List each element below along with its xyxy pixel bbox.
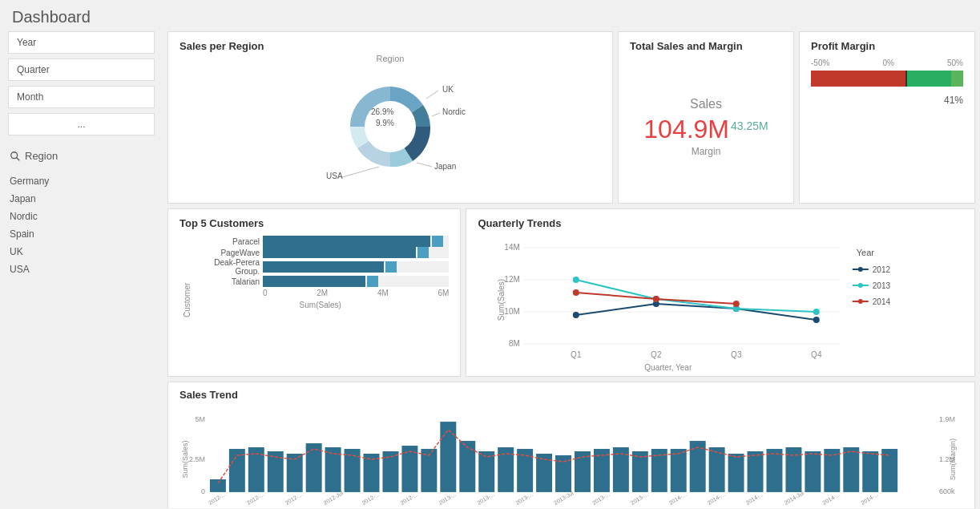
region-list: Germany Japan Nordic Spain UK USA <box>8 173 155 277</box>
svg-text:2014-...: 2014-... <box>668 491 688 506</box>
profit-margin-card: Profit Margin -50% 0% 50% <box>799 31 975 204</box>
svg-text:2013-...: 2013-... <box>591 491 611 506</box>
svg-text:600k: 600k <box>939 487 955 495</box>
profit-axis: -50% 0% 50% <box>811 59 963 67</box>
svg-point-36 <box>573 289 579 296</box>
svg-text:8M: 8M <box>509 339 520 348</box>
donut-chart: Region <box>179 59 601 195</box>
svg-point-37 <box>653 296 659 302</box>
svg-rect-62 <box>306 443 322 492</box>
sales-value: 104.9M <box>643 115 729 144</box>
sales-trend-chart: 5M 2.5M 0 Sum(Sales) 1.9M 1.2M 600k Sum(… <box>179 407 963 508</box>
svg-text:Sum(Margin): Sum(Margin) <box>949 438 957 480</box>
svg-text:2012-...: 2012-... <box>284 491 304 506</box>
bar-fill-paracel <box>263 236 430 247</box>
top-row: Sales per Region Region <box>167 31 975 204</box>
svg-line-9 <box>417 163 432 167</box>
filter-more[interactable]: ... <box>8 113 155 135</box>
top5-customers-card: Top 5 Customers Customer Paracel <box>167 208 461 377</box>
svg-text:2013-Jul: 2013-Jul <box>553 490 575 506</box>
svg-text:2014-...: 2014-... <box>821 491 841 506</box>
svg-text:Japan: Japan <box>434 162 456 171</box>
svg-point-32 <box>573 277 579 283</box>
svg-text:Quarter, Year: Quarter, Year <box>645 363 693 372</box>
svg-rect-71 <box>478 451 494 492</box>
svg-line-7 <box>432 113 440 116</box>
svg-point-0 <box>11 151 18 158</box>
svg-text:2013-...: 2013-... <box>514 491 534 506</box>
svg-text:0: 0 <box>201 487 205 495</box>
region-search[interactable]: Region <box>8 147 155 165</box>
svg-line-5 <box>426 91 438 99</box>
top5-xlabel: Sum(Sales) <box>192 301 449 309</box>
svg-text:2014: 2014 <box>873 297 891 306</box>
svg-rect-92 <box>881 449 897 492</box>
bar-row-deak: Deak-Perera Group. <box>192 258 449 276</box>
svg-rect-81 <box>671 449 687 492</box>
svg-point-35 <box>813 309 820 315</box>
svg-text:9.9%: 9.9% <box>376 119 394 127</box>
region-usa[interactable]: USA <box>8 261 155 277</box>
profit-axis-mid: 0% <box>882 59 893 67</box>
svg-text:2014-...: 2014-... <box>745 491 764 506</box>
region-japan[interactable]: Japan <box>8 191 155 207</box>
svg-text:2014-...: 2014-... <box>860 491 879 506</box>
profit-percent: 41% <box>811 95 963 106</box>
top5-chart: Customer Paracel PageWave <box>179 236 449 364</box>
svg-text:Q2: Q2 <box>651 350 663 359</box>
svg-text:USA: USA <box>326 172 343 180</box>
x-label-6m: 6M <box>438 289 449 297</box>
svg-point-47 <box>858 299 863 304</box>
profit-bar-green <box>905 71 951 87</box>
region-germany[interactable]: Germany <box>8 173 155 189</box>
svg-rect-88 <box>805 451 821 492</box>
sidebar: Year Quarter Month ... Region Germany Ja… <box>0 31 163 508</box>
svg-text:Sum(Sales): Sum(Sales) <box>181 441 189 479</box>
svg-text:Q4: Q4 <box>812 350 823 359</box>
svg-rect-57 <box>210 479 226 492</box>
profit-bar-container: -50% 0% 50% 41% <box>811 59 963 106</box>
svg-text:Sum(Sales): Sum(Sales) <box>497 279 506 321</box>
svg-text:UK: UK <box>442 85 454 94</box>
svg-text:Year: Year <box>857 248 875 257</box>
filter-month[interactable]: Month <box>8 86 155 108</box>
svg-point-28 <box>573 312 579 318</box>
svg-rect-87 <box>785 447 801 492</box>
profit-margin-title: Profit Margin <box>811 40 963 52</box>
main-content: Sales per Region Region <box>163 31 980 508</box>
top5-xaxis: 0 2M 4M 6M <box>192 289 449 297</box>
filter-year[interactable]: Year <box>8 31 155 54</box>
region-spain[interactable]: Spain <box>8 226 155 242</box>
svg-text:2013: 2013 <box>873 281 891 290</box>
svg-text:2014-Jul: 2014-Jul <box>783 490 805 506</box>
region-nordic[interactable]: Nordic <box>8 208 155 224</box>
x-label-2m: 2M <box>317 289 328 297</box>
svg-text:Region: Region <box>377 54 405 63</box>
svg-rect-73 <box>517 449 533 492</box>
sales-per-region-card: Sales per Region Region <box>167 31 613 204</box>
svg-rect-64 <box>345 449 361 492</box>
svg-text:2013-...: 2013-... <box>438 491 457 506</box>
bar-label-deak: Deak-Perera Group. <box>192 258 260 276</box>
filter-quarter[interactable]: Quarter <box>8 59 155 81</box>
x-label-0: 0 <box>263 289 268 297</box>
svg-text:14M: 14M <box>505 243 520 252</box>
svg-rect-84 <box>728 454 744 492</box>
region-label: Region <box>25 150 58 162</box>
svg-rect-70 <box>459 441 475 492</box>
bar-row-talarian: Talarian <box>192 276 449 287</box>
x-label-4m: 4M <box>377 289 389 297</box>
quarterly-title: Quarterly Trends <box>478 217 963 229</box>
svg-rect-86 <box>767 449 783 492</box>
dashboard-title: Dashboard <box>0 0 980 31</box>
region-uk[interactable]: UK <box>8 244 155 260</box>
svg-text:2.5M: 2.5M <box>189 455 205 463</box>
svg-text:2012: 2012 <box>873 265 891 274</box>
bar-label-paracel: Paracel <box>192 237 260 246</box>
total-sales-title: Total Sales and Margin <box>630 40 782 52</box>
svg-text:10M: 10M <box>505 307 520 316</box>
svg-rect-69 <box>440 422 456 492</box>
bar-row-pagewave: PageWave <box>192 247 449 258</box>
bar-track-deak <box>263 261 449 273</box>
sales-trend-title: Sales Trend <box>179 389 963 401</box>
